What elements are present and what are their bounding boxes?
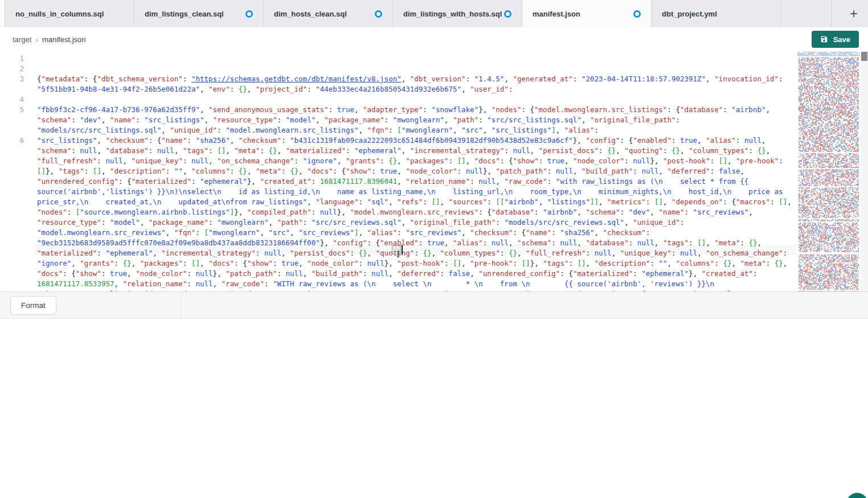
line-number: 3 — [0, 74, 37, 94]
tab-dim_hosts_clean.sql[interactable]: dim_hosts_clean.sql — [264, 0, 393, 27]
minimap[interactable] — [797, 52, 860, 291]
text-caret — [402, 245, 403, 254]
bottom-toolbar — [0, 292, 868, 319]
tab-strip: no_nulls_in_columns.sqldim_listings_clea… — [5, 0, 781, 27]
code-lines: 1 2 3{"metadata": {"dbt_schema_version":… — [0, 52, 797, 291]
format-button[interactable]: Format — [10, 296, 56, 315]
line-number: 6 — [0, 135, 37, 291]
tab-bar-divider — [831, 0, 832, 27]
tab-label: dim_listings_with_hosts.sql — [403, 10, 502, 18]
unsaved-changes-dot-icon — [375, 10, 382, 18]
breadcrumb-segment-file: manifest.json — [42, 35, 86, 44]
line-number: 1 — [0, 53, 37, 64]
chevron-right-icon: › — [35, 35, 38, 44]
tab-label: no_nulls_in_columns.sql — [15, 10, 104, 18]
unsaved-changes-dot-icon — [633, 10, 641, 18]
tab-label: dim_hosts_clean.sql — [274, 10, 347, 18]
new-tab-button[interactable]: + — [842, 0, 866, 27]
line-number: 4 — [0, 94, 37, 105]
save-button-label: Save — [833, 35, 850, 44]
minimap-canvas — [797, 52, 860, 291]
tab-label: manifest.json — [533, 10, 580, 18]
unsaved-changes-dot-icon — [504, 10, 511, 18]
line-number: 2 — [0, 64, 37, 74]
tab-label: dbt_project.yml — [662, 10, 717, 18]
unsaved-changes-dot-icon — [245, 10, 253, 18]
code-line-text[interactable] — [37, 64, 797, 74]
breadcrumb-bar: target › manifest.json — [0, 27, 868, 52]
scrollbar-thumb[interactable] — [861, 52, 867, 61]
tab-dbt_project.yml[interactable]: dbt_project.yml — [652, 0, 781, 27]
tab-dim_listings_with_hosts.sql[interactable]: dim_listings_with_hosts.sql — [393, 0, 522, 27]
code-line-text[interactable]: "src_listings", "checksum": {"name": "sh… — [37, 135, 797, 291]
tab-dim_listings_clean.sql[interactable]: dim_listings_clean.sql — [134, 0, 264, 27]
code-line-text[interactable]: "fbb9f3c2-cf96-4a17-b736-976a62d35ff9", … — [37, 105, 797, 135]
help-chat-bubble-button[interactable] — [846, 493, 868, 498]
code-line-text[interactable]: {"metadata": {"dbt_schema_version": "htt… — [37, 74, 797, 94]
code-line-text[interactable] — [37, 94, 797, 105]
tab-strip-lead — [0, 0, 5, 27]
line-number: 5 — [0, 105, 37, 135]
tab-no_nulls_in_columns.sql[interactable]: no_nulls_in_columns.sql — [5, 0, 134, 27]
tab-label: dim_listings_clean.sql — [145, 10, 224, 18]
save-button[interactable]: Save — [812, 31, 859, 48]
vertical-scrollbar[interactable] — [861, 52, 868, 291]
plus-icon: + — [850, 6, 858, 22]
breadcrumb-segment-folder[interactable]: target — [13, 35, 31, 44]
bottom-toolbar-divider — [181, 292, 181, 318]
tab-manifest.json[interactable]: manifest.json — [522, 0, 652, 27]
matching-bracket-highlight — [392, 245, 401, 254]
tab-bar: no_nulls_in_columns.sqldim_listings_clea… — [0, 0, 868, 28]
floppy-disk-icon — [820, 35, 828, 43]
code-line-text[interactable] — [37, 53, 797, 64]
code-editor[interactable]: 1 2 3{"metadata": {"dbt_schema_version":… — [0, 52, 797, 291]
